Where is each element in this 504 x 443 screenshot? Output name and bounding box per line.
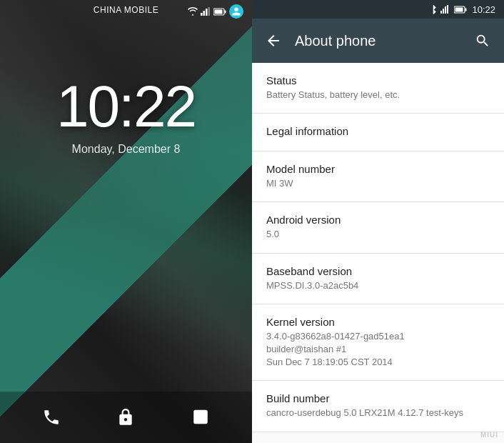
phone-icon-button[interactable] [34,400,69,434]
about-item-title: Model number [266,163,490,175]
phone-icon [42,408,61,427]
about-item-title: Baseband version [266,265,490,277]
about-list-item[interactable]: Build numbercancro-userdebug 5.0 LRX21M … [252,381,504,432]
about-item-title: Kernel version [266,316,490,328]
about-list-item[interactable]: Legal information [252,114,504,151]
svg-rect-7 [440,11,442,14]
signal-icon [201,7,211,16]
svg-rect-5 [215,9,223,14]
svg-rect-13 [465,8,467,11]
lock-status-icons [188,4,243,19]
svg-rect-10 [447,5,448,14]
about-toolbar: About phone [252,19,504,63]
about-item-subtitle: MPSS.DI.3.0-a2ac5b4 [266,279,490,292]
about-item-subtitle: Battery Status, battery level, etc. [266,89,490,101]
bluetooth-icon [430,4,437,14]
lock-time: 10:22 [56,77,196,136]
wifi-icon [188,7,198,16]
about-list-item[interactable]: Android version5.0 [252,202,504,253]
carrier-text: CHINA MOBILE [94,5,158,15]
about-item-subtitle: cancro-userdebug 5.0 LRX21M 4.12.7 test-… [266,407,490,419]
svg-rect-6 [225,10,226,13]
about-list-item[interactable]: Model numberMI 3W [252,151,504,202]
about-phone-title: About phone [289,33,467,49]
about-list-item[interactable]: Baseband versionMPSS.DI.3.0-a2ac5b4 [252,254,504,304]
lock-icon [116,408,135,427]
about-item-subtitle: MI 3W [266,177,490,190]
about-list-item[interactable]: Kernel version3.4.0-g83662a8-01427-gad51… [252,304,504,382]
lock-background-overlay [0,0,252,443]
miui-watermark: MIUI [480,431,498,439]
about-item-subtitle: 3.4.0-g83662a8-01427-gad51ea1 builder@ta… [266,330,490,369]
svg-rect-12 [455,7,463,11]
about-status-bar: 10:22 [252,0,504,19]
signal-bars-icon [440,5,450,14]
lock-icon-button[interactable] [109,400,143,434]
lock-bottom-bar [0,392,252,443]
battery-icon [213,8,226,16]
about-item-title: Status [266,74,490,86]
search-button[interactable] [467,25,498,56]
lock-clock-area: 10:22 Monday, December 8 [0,77,252,156]
camera-icon-button[interactable] [183,400,218,434]
battery-status-icon [454,6,467,14]
svg-rect-3 [208,7,211,16]
svg-rect-0 [201,13,203,16]
back-button[interactable] [258,25,289,56]
lock-screen: CHINA MOBILE [0,0,252,443]
svg-rect-9 [445,6,446,14]
about-item-title: Android version [266,214,490,226]
status-bar-time: 10:22 [472,4,495,15]
about-list-item[interactable]: StatusBattery Status, battery level, etc… [252,63,504,114]
about-item-title: Legal information [266,125,490,137]
about-list: StatusBattery Status, battery level, etc… [252,63,504,443]
back-arrow-icon [265,32,282,49]
svg-rect-8 [443,9,444,14]
about-item-subtitle: 5.0 [266,228,490,241]
lock-status-bar: CHINA MOBILE [0,0,252,20]
svg-rect-1 [203,11,206,16]
about-screen: 10:22 About phone StatusBattery Status, … [252,0,504,443]
svg-rect-2 [206,9,208,16]
lock-date: Monday, December 8 [72,143,181,156]
about-item-title: Build number [266,392,490,404]
camera-icon [191,408,210,427]
search-icon [475,33,490,49]
avatar-icon [229,4,243,19]
